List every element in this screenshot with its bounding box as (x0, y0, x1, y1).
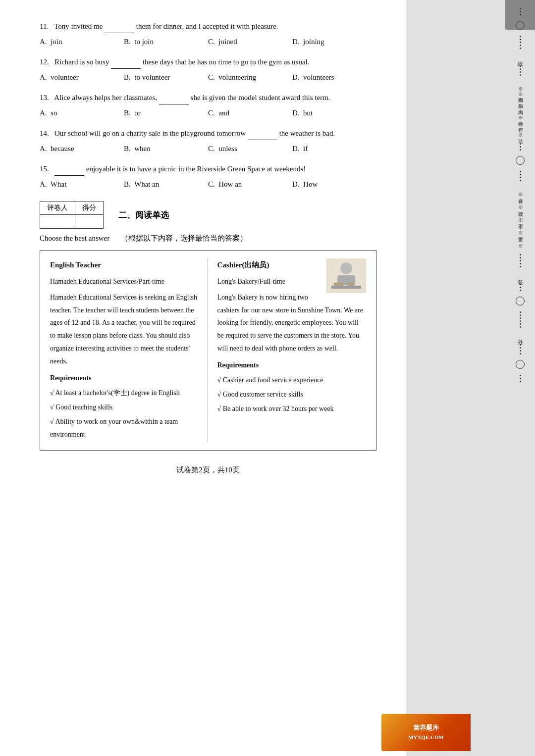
deco-circle-4 (516, 360, 525, 369)
section2-header: 评卷人 得分 二、阅读单选 (40, 201, 376, 229)
deco-dot (520, 263, 521, 264)
reading-columns: English Teacher Hamadeh Educational Serv… (50, 258, 366, 442)
deco-group-8 (520, 310, 521, 328)
deco-dot (520, 375, 521, 376)
deco-dot (520, 149, 521, 151)
deco-dot (520, 378, 521, 379)
deco-text-annotation: ※※圈※如※内※※级※订※※装 (517, 83, 524, 135)
deco-dot (520, 45, 521, 46)
deco-dot (520, 381, 521, 382)
deco-dot (520, 174, 521, 175)
left-req-heading: Requirements (50, 372, 199, 385)
deco-dot (520, 257, 521, 258)
deco-dot (520, 8, 521, 9)
q12-optB: B. to volunteer (124, 71, 208, 84)
q12-options: A. volunteer B. to volunteer C. voluntee… (40, 71, 376, 84)
deco-text-annotation2: ※在※※驳※※不※※要※※ (517, 189, 524, 246)
deco-dot (520, 68, 521, 70)
deco-dot (520, 323, 521, 325)
deco-group-6 (520, 253, 521, 268)
deco-dot (520, 284, 521, 285)
q11-options: A. join B. to join C. joined D. joining (40, 35, 376, 49)
deco-dot (520, 180, 521, 181)
q11-number: 11. (40, 22, 49, 30)
deco-circle-1 (516, 21, 525, 30)
deco-dot (520, 42, 521, 43)
q13-optD: D. but (292, 106, 376, 120)
q11-text: 11. Tony invited me them for dinner, and… (40, 20, 376, 33)
q15-optB: B. What an (124, 178, 208, 191)
q15-options: A. What B. What an C. How an D. How (40, 178, 376, 191)
q15-number: 15. (40, 165, 49, 173)
deco-circle-2 (516, 156, 525, 165)
main-content: 11. Tony invited me them for dinner, and… (0, 0, 406, 756)
question-15: 15. enjoyable it is to have a picnic in … (40, 162, 376, 191)
left-req-2: √ Good teaching skills (50, 401, 199, 414)
deco-dot (520, 146, 521, 148)
deco-circle-3 (516, 297, 525, 305)
cashier-image (326, 258, 366, 293)
deco-dot (520, 71, 521, 73)
deco-text-wai: 外 (517, 335, 524, 336)
deco-dot (520, 14, 521, 15)
q13-after: she is given the model student award thi… (191, 94, 330, 101)
left-req-3: √ Ability to work on your own&within a t… (50, 415, 199, 441)
deco-dot (520, 11, 521, 12)
deco-group-9 (520, 343, 521, 355)
q11-optA: A. join (40, 35, 124, 49)
right-body: Long's Bakery is now hiring two cashiers… (217, 291, 367, 355)
deco-dot (520, 65, 521, 67)
q13-options: A. so B. or C. and D. but (40, 106, 376, 120)
deco-dot (520, 36, 521, 37)
deco-group-10 (520, 374, 521, 383)
deco-dot (520, 344, 521, 346)
deco-dot (520, 320, 521, 322)
q12-after: these days that he has no time to go to … (143, 58, 310, 66)
col-right: Cashier(出纳员) Long's Bakery/Full-time Lon… (215, 258, 367, 442)
deco-text-line: 线 (517, 56, 524, 57)
q13-optA: A. so (40, 106, 124, 120)
deco-dot (520, 311, 521, 313)
grader-label2: 得分 (75, 202, 104, 215)
right-req-3: √ Be able to work over 32 hours per week (217, 403, 367, 415)
page-footer: 试卷第2页，共10页 (40, 465, 376, 475)
page-wrapper: 11. Tony invited me them for dinner, and… (0, 0, 535, 756)
q13-optC: C. and (208, 106, 292, 120)
right-req-2: √ Good customer service skills (217, 388, 367, 401)
q11-optC: C. joined (208, 35, 292, 49)
q12-blank (111, 61, 141, 69)
q14-number: 14. (40, 129, 49, 137)
q12-number: 12. (40, 58, 49, 66)
grader-value1 (40, 215, 75, 229)
grader-label1: 评卷人 (40, 202, 75, 215)
q14-before: Our school will go on a charity sale in … (54, 129, 246, 137)
q13-before: Alice always helps her classmates, (54, 94, 157, 101)
left-heading: English Teacher (50, 258, 199, 272)
deco-dot (520, 326, 521, 328)
q11-before: Tony invited me (54, 22, 103, 30)
deco-group-5 (520, 170, 521, 182)
q14-after: the weather is bad. (279, 129, 335, 137)
svg-rect-5 (347, 283, 354, 286)
q12-optD: D. volunteers (292, 71, 376, 84)
section2-title: 二、阅读单选 (118, 209, 169, 221)
left-body: Hamadeh Educational Services is seeking … (50, 291, 199, 368)
deco-group-2 (520, 35, 521, 50)
deco-dot (520, 260, 521, 261)
q11-optB: B. to join (124, 35, 208, 49)
q14-text: 14. Our school will go on a charity sale… (40, 127, 376, 140)
deco-dot (520, 171, 521, 172)
choose-label-en: Choose the best answer (40, 234, 109, 242)
right-sidebar: 线 ※※圈※如※内※※级※订※※装 ※在※※驳※※不※※要※※ (406, 0, 535, 756)
svg-rect-3 (331, 286, 361, 289)
deco-text-zhuang: 装 (517, 275, 524, 276)
deco-dot (520, 317, 521, 319)
deco-dot (520, 347, 521, 349)
svg-rect-4 (334, 283, 344, 286)
reading-box: English Teacher Hamadeh Educational Serv… (40, 250, 376, 451)
q15-optD: D. How (292, 178, 376, 191)
q13-optB: B. or (124, 106, 208, 120)
q14-blank (248, 132, 277, 141)
question-14: 14. Our school will go on a charity sale… (40, 127, 376, 155)
deco-dot (520, 48, 521, 49)
